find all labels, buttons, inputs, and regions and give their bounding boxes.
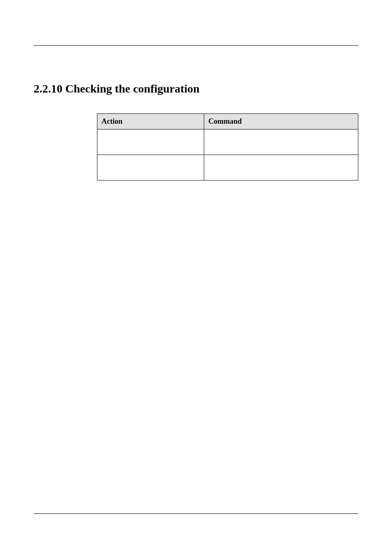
section-heading: 2.2.10 Checking the configuration [34, 82, 358, 95]
table-header-action: Action [97, 114, 204, 130]
table-cell-command [204, 130, 358, 155]
table-row [97, 155, 358, 180]
page: 2.2.10 Checking the configuration Action… [0, 0, 392, 555]
table-row [97, 130, 358, 155]
table-cell-action [97, 155, 204, 180]
table-cell-command [204, 155, 358, 180]
config-table-wrap: Action Command [97, 113, 358, 180]
bottom-rule [34, 513, 358, 514]
table-header-command: Command [204, 114, 358, 130]
table-cell-action [97, 130, 204, 155]
config-table: Action Command [97, 113, 358, 180]
top-rule [34, 45, 358, 46]
